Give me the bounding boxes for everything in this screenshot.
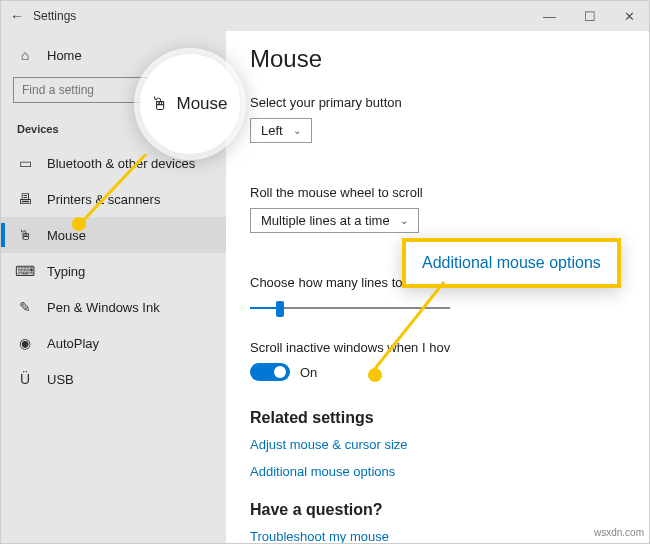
maximize-button[interactable]: ☐ [578, 7, 602, 26]
toggle-knob [274, 366, 286, 378]
scroll-wheel-select[interactable]: Multiple lines at a time ⌄ [250, 208, 419, 233]
section-heading: Devices [1, 117, 226, 145]
sidebar-item-usb[interactable]: Ü USB [1, 361, 226, 397]
usb-icon: Ü [17, 371, 33, 387]
home-label: Home [47, 48, 82, 63]
sidebar: ⌂ Home Devices ▭ Bluetooth & other devic… [1, 31, 226, 543]
home-icon: ⌂ [17, 47, 33, 63]
adjust-cursor-link[interactable]: Adjust mouse & cursor size [250, 437, 625, 452]
watermark: wsxdn.com [594, 527, 644, 538]
slider-thumb[interactable] [276, 301, 284, 317]
page-title: Mouse [250, 45, 625, 73]
additional-mouse-options-link[interactable]: Additional mouse options [250, 464, 625, 479]
keyboard-icon: ⌨ [17, 263, 33, 279]
scroll-lines-label: Choose how many lines to scroll each tim… [250, 275, 625, 290]
sidebar-item-pen[interactable]: ✎ Pen & Windows Ink [1, 289, 226, 325]
sidebar-item-printers[interactable]: 🖶 Printers & scanners [1, 181, 226, 217]
toggle-state-label: On [300, 365, 317, 380]
window-title: Settings [33, 9, 76, 23]
related-settings-heading: Related settings [250, 409, 625, 427]
sidebar-item-bluetooth[interactable]: ▭ Bluetooth & other devices [1, 145, 226, 181]
chevron-down-icon: ⌄ [293, 125, 301, 136]
primary-button-label: Select your primary button [250, 95, 625, 110]
sidebar-item-label: USB [47, 372, 74, 387]
sidebar-item-typing[interactable]: ⌨ Typing [1, 253, 226, 289]
inactive-windows-toggle[interactable] [250, 363, 290, 381]
autoplay-icon: ◉ [17, 335, 33, 351]
back-icon[interactable]: ← [9, 8, 25, 24]
titlebar: ← Settings — ☐ ✕ [1, 1, 649, 31]
sidebar-item-label: AutoPlay [47, 336, 99, 351]
inactive-windows-label: Scroll inactive windows when I hov [250, 340, 625, 355]
sidebar-item-label: Pen & Windows Ink [47, 300, 160, 315]
select-value: Multiple lines at a time [261, 213, 390, 228]
select-value: Left [261, 123, 283, 138]
home-nav[interactable]: ⌂ Home [1, 39, 226, 71]
sidebar-item-label: Mouse [47, 228, 86, 243]
sidebar-item-autoplay[interactable]: ◉ AutoPlay [1, 325, 226, 361]
content-area: Mouse Select your primary button Left ⌄ … [226, 31, 649, 543]
question-heading: Have a question? [250, 501, 625, 519]
sidebar-item-label: Typing [47, 264, 85, 279]
chevron-down-icon: ⌄ [400, 215, 408, 226]
pen-icon: ✎ [17, 299, 33, 315]
close-button[interactable]: ✕ [618, 7, 641, 26]
mouse-icon: 🖱 [17, 227, 33, 243]
sidebar-item-label: Printers & scanners [47, 192, 160, 207]
scroll-lines-slider[interactable] [250, 298, 450, 318]
printer-icon: 🖶 [17, 191, 33, 207]
sidebar-item-label: Bluetooth & other devices [47, 156, 195, 171]
search-input[interactable] [13, 77, 214, 103]
search-container [13, 77, 214, 103]
bluetooth-icon: ▭ [17, 155, 33, 171]
primary-button-select[interactable]: Left ⌄ [250, 118, 312, 143]
sidebar-item-mouse[interactable]: 🖱 Mouse [1, 217, 226, 253]
scroll-wheel-label: Roll the mouse wheel to scroll [250, 185, 625, 200]
troubleshoot-link[interactable]: Troubleshoot my mouse [250, 529, 625, 543]
minimize-button[interactable]: — [537, 7, 562, 26]
